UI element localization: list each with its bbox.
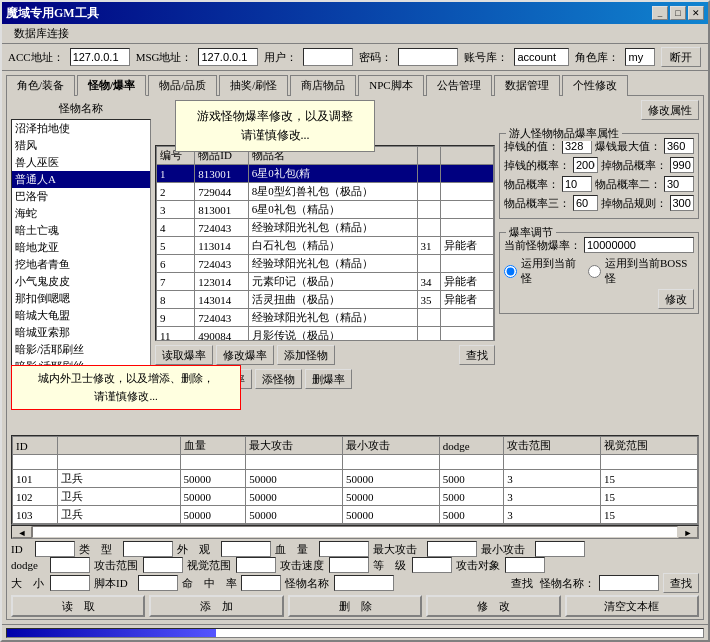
list-item[interactable]: 小气鬼皮皮 — [12, 273, 150, 290]
list-item[interactable]: 兽人巫医 — [12, 154, 150, 171]
acc-input[interactable] — [70, 48, 130, 66]
list-item[interactable]: 暗土亡魂 — [12, 222, 150, 239]
modify-rate-button[interactable]: 修改爆率 — [216, 345, 274, 365]
radio-boss[interactable] — [588, 265, 601, 278]
scroll-left[interactable]: ◄ — [12, 526, 32, 538]
add-button[interactable]: 添 加 — [149, 595, 283, 617]
find-button[interactable]: 查找 — [459, 345, 495, 365]
popup-guard: 城内外卫士修改，以及增添、删除， 请谨慎修改... — [11, 365, 241, 410]
find-btn[interactable]: 查找 — [663, 573, 699, 593]
table-row[interactable]: 101 卫兵 50000 50000 50000 5000 3 15 — [13, 470, 698, 488]
del-rate-btn[interactable]: 删爆率 — [305, 369, 352, 389]
user-input[interactable] — [303, 48, 353, 66]
drop-rate-input[interactable] — [573, 157, 598, 173]
list-item[interactable]: 暗城亚索那 — [12, 324, 150, 341]
atkrange-input[interactable] — [143, 557, 183, 573]
tab-shop[interactable]: 商店物品 — [290, 75, 356, 96]
dodge-input[interactable] — [50, 557, 90, 573]
cell-id: 102 — [13, 488, 58, 506]
list-item[interactable]: 海蛇 — [12, 205, 150, 222]
vision-input[interactable] — [236, 557, 276, 573]
table-row[interactable]: 102 卫兵 50000 50000 50000 5000 3 15 — [13, 488, 698, 506]
drop-items-input[interactable] — [670, 157, 695, 173]
tab-role[interactable]: 角色/装备 — [6, 75, 75, 96]
list-item[interactable]: 挖地者青鱼 — [12, 256, 150, 273]
monstername-input[interactable] — [334, 575, 394, 591]
drop-max-input[interactable] — [664, 138, 694, 154]
deathrate-input[interactable] — [241, 575, 281, 591]
monster-list[interactable]: 沼泽拍地使 猎风 兽人巫医 普通人A 巴洛骨 海蛇 暗土亡魂 暗地龙亚 挖地者青… — [11, 119, 151, 389]
current-rate-input[interactable] — [584, 237, 694, 253]
type-input[interactable] — [123, 541, 173, 557]
table-row[interactable]: 3 813001 6星0礼包（精品） — [157, 201, 494, 219]
table-row[interactable]: 2 729044 8星0型幻兽礼包（极品） — [157, 183, 494, 201]
maxatk-input[interactable] — [427, 541, 477, 557]
atkspeed-input[interactable] — [329, 557, 369, 573]
monster-items-table-container[interactable]: 编号 物品ID 物品名 1 813001 6星0礼包(精 — [155, 145, 495, 341]
close-button[interactable]: ✕ — [688, 6, 704, 20]
list-item[interactable]: 普通人A — [12, 171, 150, 188]
table-row[interactable]: 5 113014 白石礼包（精品） 31 异能者 — [157, 237, 494, 255]
connect-button[interactable]: 断开 — [661, 47, 701, 67]
maximize-button[interactable]: □ — [670, 6, 686, 20]
table-row[interactable]: 103 卫兵 50000 50000 50000 5000 3 15 — [13, 506, 698, 524]
table-row[interactable]: 7 123014 元素印记（极品） 34 异能者 — [157, 273, 494, 291]
target-input[interactable] — [505, 557, 545, 573]
read-button[interactable]: 读 取 — [11, 595, 145, 617]
minimize-button[interactable]: _ — [652, 6, 668, 20]
table-row[interactable]: 9 724043 经验球阳光礼包（精品） — [157, 309, 494, 327]
table-row[interactable]: 100 50000 50000 50000 5000 3 15 — [13, 455, 698, 470]
cell-val1 — [417, 327, 441, 342]
radio-current[interactable] — [504, 265, 517, 278]
drop-items2-input[interactable] — [562, 176, 592, 192]
list-item[interactable]: 暗城大龟盟 — [12, 307, 150, 324]
tab-data[interactable]: 数据管理 — [494, 75, 560, 96]
popup1-line1: 游戏怪物爆率修改，以及调整 — [197, 109, 353, 123]
read-rate-button[interactable]: 读取爆率 — [155, 345, 213, 365]
drop-rule-input[interactable] — [670, 195, 695, 211]
h-scrollbar[interactable]: ◄ ► — [11, 525, 699, 539]
list-item[interactable]: 猎风 — [12, 137, 150, 154]
appearance-input[interactable] — [221, 541, 271, 557]
add-monster-button[interactable]: 添加怪物 — [277, 345, 335, 365]
modify-button[interactable]: 修 改 — [426, 595, 560, 617]
table-row[interactable]: 6 724043 经验球阳光礼包（精品） — [157, 255, 494, 273]
findname-input[interactable] — [599, 575, 659, 591]
id-input[interactable] — [35, 541, 75, 557]
minatk-input[interactable] — [535, 541, 585, 557]
hp-input[interactable] — [319, 541, 369, 557]
menu-db[interactable]: 数据库连接 — [6, 24, 77, 43]
tab-personal[interactable]: 个性修改 — [562, 75, 628, 96]
list-item[interactable]: 那扣倒嗯嗯 — [12, 290, 150, 307]
list-item[interactable]: 沼泽拍地使 — [12, 120, 150, 137]
tab-monster[interactable]: 怪物/爆率 — [77, 75, 146, 96]
guard-table-container[interactable]: ID 血量 最大攻击 最小攻击 dodge 攻击范围 视觉范围 100 — [11, 435, 699, 525]
level-input[interactable] — [412, 557, 452, 573]
tab-npc[interactable]: NPC脚本 — [358, 75, 423, 96]
tab-item[interactable]: 物品/品质 — [148, 75, 217, 96]
modify-attr-button[interactable]: 修改属性 — [641, 100, 699, 120]
drop-items4-input[interactable] — [573, 195, 598, 211]
list-item[interactable]: 巴洛骨 — [12, 188, 150, 205]
msg-input[interactable] — [198, 48, 258, 66]
table-row[interactable]: 1 813001 6星0礼包(精 — [157, 165, 494, 183]
db-input[interactable] — [514, 48, 569, 66]
script-input[interactable] — [138, 575, 178, 591]
tab-lottery[interactable]: 抽奖/刷怪 — [219, 75, 288, 96]
drop-items3-input[interactable] — [664, 176, 694, 192]
pwd-input[interactable] — [398, 48, 458, 66]
list-item[interactable]: 暗地龙亚 — [12, 239, 150, 256]
table-row[interactable]: 11 490084 月影传说（极品） — [157, 327, 494, 342]
clear-button[interactable]: 清空文本框 — [565, 595, 699, 617]
add-monster-btn2[interactable]: 添怪物 — [255, 369, 302, 389]
form-row-3: 大 小 脚本ID 命 中 率 怪物名称 查找 怪物名称： 查找 — [11, 573, 699, 593]
table-row[interactable]: 8 143014 活灵扭曲（极品） 35 异能者 — [157, 291, 494, 309]
rate-modify-button[interactable]: 修改 — [658, 289, 694, 309]
role-input[interactable] — [625, 48, 655, 66]
tab-announcement[interactable]: 公告管理 — [426, 75, 492, 96]
list-item[interactable]: 暗影/活耶刷丝 — [12, 341, 150, 358]
scroll-right[interactable]: ► — [678, 526, 698, 538]
delete-button[interactable]: 删 除 — [288, 595, 422, 617]
size-input[interactable] — [50, 575, 90, 591]
table-row[interactable]: 4 724043 经验球阳光礼包（精品） — [157, 219, 494, 237]
